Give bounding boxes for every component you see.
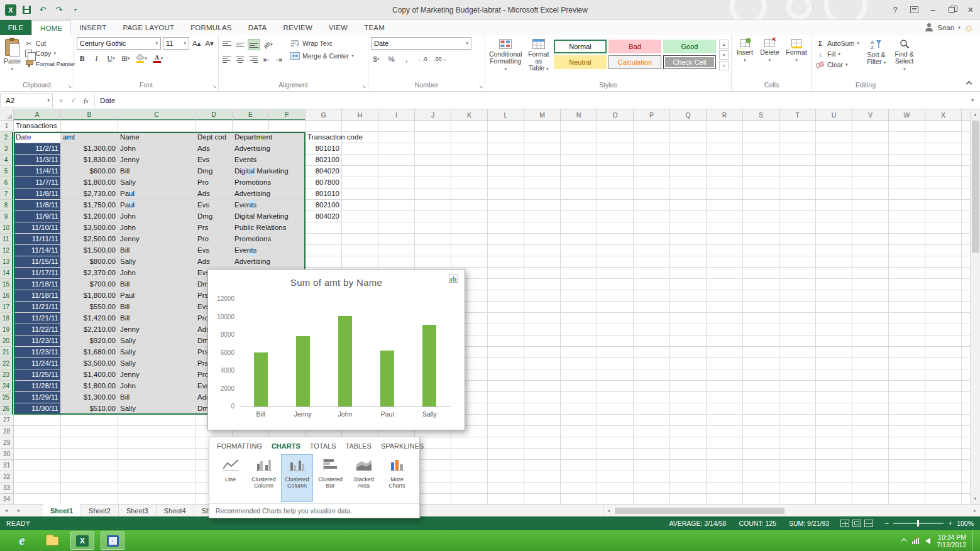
scroll-down-arrow[interactable]: ▾ xyxy=(971,494,980,504)
cell[interactable] xyxy=(816,211,852,222)
cell[interactable] xyxy=(743,222,779,234)
cell[interactable] xyxy=(118,121,195,132)
cell[interactable] xyxy=(743,245,779,256)
cell[interactable] xyxy=(451,155,488,166)
cell[interactable]: Events xyxy=(233,200,269,211)
cell[interactable] xyxy=(634,324,670,336)
cell[interactable] xyxy=(779,222,816,234)
cell[interactable] xyxy=(779,437,816,449)
cell-style-calculation[interactable]: Calculation xyxy=(608,55,661,69)
cell[interactable] xyxy=(852,211,889,222)
cell[interactable] xyxy=(962,132,970,143)
excel-logo-icon[interactable]: X xyxy=(5,4,16,16)
cell[interactable] xyxy=(779,460,816,471)
cell[interactable]: $920.00 xyxy=(61,336,118,347)
cell[interactable] xyxy=(962,336,970,347)
cell[interactable] xyxy=(925,234,962,245)
cut-button[interactable]: ✂Cut xyxy=(23,39,77,48)
cell[interactable]: $1,500.00 xyxy=(61,245,118,256)
cell[interactable] xyxy=(852,437,889,449)
cell[interactable] xyxy=(889,460,925,471)
row-header[interactable]: 31 xyxy=(0,460,13,471)
sheet-nav-right[interactable]: ▸ xyxy=(13,505,25,516)
cell[interactable] xyxy=(597,211,634,222)
cell[interactable] xyxy=(597,132,634,143)
cell[interactable]: 11/29/11 xyxy=(14,392,61,403)
cell[interactable] xyxy=(524,494,561,504)
cell[interactable] xyxy=(61,121,118,132)
cell[interactable] xyxy=(597,415,634,426)
cell[interactable] xyxy=(415,143,451,155)
internet-explorer-taskbar-button[interactable]: e xyxy=(10,532,34,550)
cell[interactable]: $1,420.00 xyxy=(61,313,118,324)
cell[interactable]: $2,370.00 xyxy=(61,268,118,279)
cell[interactable] xyxy=(925,426,962,437)
cell[interactable] xyxy=(488,403,524,415)
cell[interactable] xyxy=(816,324,852,336)
cell[interactable] xyxy=(561,449,597,460)
row-header[interactable]: 24 xyxy=(0,381,13,392)
cell[interactable]: $1,680.00 xyxy=(61,347,118,358)
cell[interactable] xyxy=(561,268,597,279)
cell[interactable]: John xyxy=(118,211,195,222)
cell[interactable] xyxy=(306,234,342,245)
qa-option-stacked-area[interactable]: Stacked Area xyxy=(348,454,380,502)
tab-formulas[interactable]: FORMULAS xyxy=(182,20,240,35)
cell[interactable] xyxy=(816,177,852,188)
horizontal-scrollbar[interactable]: ◂ ▸ xyxy=(603,505,980,516)
cell[interactable] xyxy=(779,234,816,245)
cell[interactable] xyxy=(852,381,889,392)
cell[interactable] xyxy=(925,449,962,460)
cell[interactable] xyxy=(962,381,970,392)
cell[interactable] xyxy=(634,222,670,234)
cell[interactable] xyxy=(597,177,634,188)
cell[interactable] xyxy=(451,188,488,200)
cell[interactable] xyxy=(597,166,634,177)
cell[interactable] xyxy=(707,222,743,234)
cell[interactable] xyxy=(707,369,743,381)
cell[interactable] xyxy=(118,494,195,504)
cell[interactable] xyxy=(925,132,962,143)
cell[interactable] xyxy=(118,449,195,460)
cell[interactable] xyxy=(597,449,634,460)
cell[interactable] xyxy=(524,200,561,211)
cell[interactable] xyxy=(415,245,451,256)
cell[interactable] xyxy=(852,188,889,200)
cell[interactable]: Evs xyxy=(195,245,233,256)
font-size-combo[interactable]: 11▾ xyxy=(163,37,189,50)
cell[interactable] xyxy=(889,494,925,504)
qa-option-more-charts[interactable]: More Charts xyxy=(381,454,413,502)
cell[interactable] xyxy=(779,324,816,336)
cell[interactable] xyxy=(634,268,670,279)
cell[interactable] xyxy=(488,494,524,504)
cell[interactable] xyxy=(779,302,816,313)
cell[interactable] xyxy=(707,121,743,132)
cell[interactable] xyxy=(962,392,970,403)
undo-button[interactable]: ↶ xyxy=(36,4,49,16)
cell[interactable] xyxy=(707,483,743,494)
cell[interactable] xyxy=(962,121,970,132)
cell[interactable] xyxy=(743,143,779,155)
column-header[interactable]: A xyxy=(14,109,61,121)
cell[interactable] xyxy=(269,143,306,155)
cell[interactable] xyxy=(597,290,634,302)
cell[interactable] xyxy=(378,245,415,256)
cell[interactable] xyxy=(779,200,816,211)
cell[interactable]: John xyxy=(118,381,195,392)
decrease-decimal-button[interactable]: .00→ xyxy=(433,53,448,65)
cell[interactable] xyxy=(597,143,634,155)
row-header[interactable]: 26 xyxy=(0,403,13,415)
cell[interactable] xyxy=(743,177,779,188)
cell[interactable] xyxy=(779,494,816,504)
column-header[interactable]: C xyxy=(118,109,195,121)
cell[interactable] xyxy=(524,222,561,234)
ribbon-display-options-button[interactable] xyxy=(905,0,923,19)
row-header[interactable]: 29 xyxy=(0,437,13,449)
cell[interactable] xyxy=(378,177,415,188)
cell[interactable] xyxy=(925,369,962,381)
cell[interactable] xyxy=(962,369,970,381)
cell[interactable] xyxy=(925,222,962,234)
cell[interactable] xyxy=(743,188,779,200)
cell[interactable]: $1,800.00 xyxy=(61,177,118,188)
cell[interactable] xyxy=(634,211,670,222)
